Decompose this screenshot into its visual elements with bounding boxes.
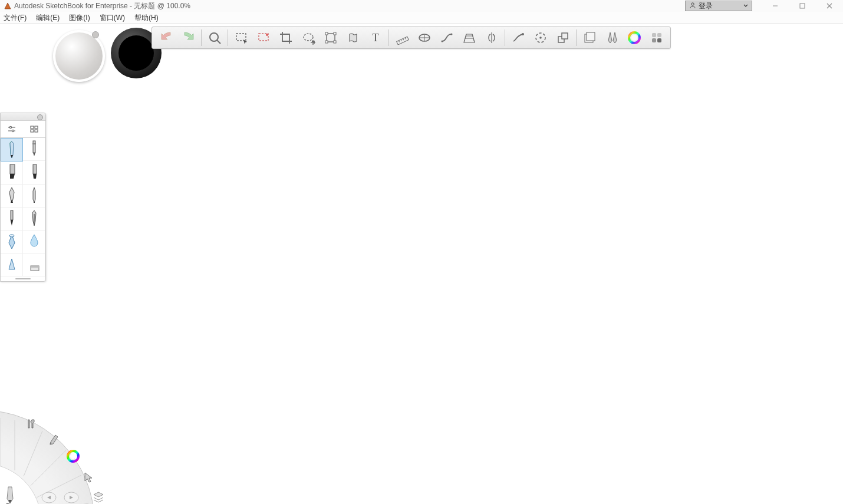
french-curve-icon[interactable] <box>436 28 458 47</box>
water-drop-brush[interactable] <box>23 230 45 253</box>
eraser-brush[interactable] <box>23 253 45 276</box>
brush-lib-icon[interactable] <box>601 28 623 47</box>
text-icon[interactable]: T <box>364 28 387 47</box>
pencil-brush[interactable] <box>1 138 23 162</box>
close-button[interactable] <box>816 0 843 12</box>
svg-rect-7 <box>236 34 246 41</box>
svg-rect-37 <box>562 33 568 39</box>
zoom-icon[interactable] <box>203 28 226 47</box>
main-toolbar: T <box>152 27 671 49</box>
brush-pen-brush[interactable] <box>1 207 23 230</box>
svg-point-49 <box>9 126 11 128</box>
chisel-marker-brush[interactable] <box>1 162 23 185</box>
svg-rect-14 <box>325 32 328 35</box>
login-dropdown[interactable]: 登录 <box>685 1 752 11</box>
svg-point-42 <box>631 35 637 41</box>
symmetry-icon[interactable] <box>480 28 503 47</box>
resize-handle[interactable] <box>1 276 45 281</box>
perspective-icon[interactable] <box>458 28 480 47</box>
brush-settings-tab[interactable] <box>1 121 23 137</box>
svg-rect-19 <box>397 37 409 45</box>
mechanical-pencil-brush[interactable] <box>23 138 45 161</box>
svg-rect-52 <box>35 126 38 129</box>
shape-icon[interactable] <box>552 28 574 47</box>
pin-icon[interactable] <box>37 114 43 120</box>
pointer-node[interactable] <box>81 470 98 487</box>
rect-select-icon[interactable] <box>230 28 252 47</box>
svg-rect-55 <box>33 141 35 153</box>
svg-rect-56 <box>32 143 36 144</box>
brush-palette[interactable] <box>0 113 46 282</box>
brush-library-tab[interactable] <box>23 121 45 137</box>
flat-marker-brush[interactable] <box>23 162 45 185</box>
title-bar: Autodesk SketchBook for Enterprise - 无标题… <box>0 0 843 12</box>
svg-rect-46 <box>657 38 661 42</box>
brush-size-indicator <box>92 31 99 38</box>
svg-point-9 <box>266 34 268 36</box>
menu-edit[interactable]: 编辑(E) <box>36 13 60 23</box>
fine-pen-brush[interactable] <box>23 185 45 207</box>
airbrush-brush[interactable] <box>1 230 23 253</box>
predictive-icon[interactable] <box>529 28 552 47</box>
svg-rect-15 <box>334 32 336 35</box>
transform-icon[interactable] <box>320 28 342 47</box>
login-label: 登录 <box>699 1 713 11</box>
menu-window[interactable]: 窗口(W) <box>100 13 125 23</box>
color-node[interactable] <box>66 449 83 466</box>
redo-node[interactable] <box>64 492 80 504</box>
ink-pen-brush[interactable] <box>1 185 23 207</box>
work-area: T <box>0 24 843 504</box>
svg-rect-64 <box>31 266 39 268</box>
ellipse-guide-icon[interactable] <box>413 28 436 47</box>
tools-node[interactable] <box>24 417 40 434</box>
svg-line-6 <box>217 40 220 44</box>
svg-rect-16 <box>325 41 328 43</box>
svg-point-28 <box>451 34 453 35</box>
svg-point-62 <box>9 235 14 237</box>
menu-help[interactable]: 帮助(H) <box>134 13 159 23</box>
color-wheel-icon[interactable] <box>623 28 646 47</box>
stroke-steady-icon[interactable] <box>507 28 529 47</box>
layers-icon[interactable] <box>646 28 668 47</box>
minimize-button[interactable] <box>762 0 789 12</box>
layers-node[interactable] <box>91 489 107 504</box>
lagoon <box>0 387 118 504</box>
app-icon <box>4 2 12 10</box>
color-select-icon[interactable] <box>252 28 275 47</box>
brush-node[interactable] <box>47 430 64 447</box>
toolbar-separator <box>505 29 505 46</box>
canvas[interactable] <box>0 24 843 504</box>
svg-rect-57 <box>10 164 15 174</box>
svg-rect-53 <box>31 130 34 132</box>
chevron-down-icon <box>743 2 748 10</box>
brush-palette-header[interactable] <box>1 113 45 121</box>
svg-point-33 <box>522 33 524 35</box>
user-icon <box>689 2 696 11</box>
maximize-button[interactable] <box>789 0 816 12</box>
lasso-add-icon[interactable] <box>297 28 320 47</box>
cone-brush[interactable] <box>1 253 23 276</box>
flipbook-icon[interactable] <box>578 28 601 47</box>
crop-icon[interactable] <box>275 28 297 47</box>
svg-rect-2 <box>800 4 805 8</box>
ruler-icon[interactable] <box>391 28 413 47</box>
svg-rect-39 <box>587 32 595 41</box>
toolbar-separator <box>388 29 389 46</box>
toolbar-separator <box>201 29 202 46</box>
toolbar-separator <box>228 29 228 46</box>
redo-icon[interactable] <box>177 28 199 47</box>
menu-file[interactable]: 文件(F) <box>4 13 27 23</box>
menu-bar: 文件(F) 编辑(E) 图像(I) 窗口(W) 帮助(H) <box>0 12 843 24</box>
undo-icon[interactable] <box>154 28 177 47</box>
menu-image[interactable]: 图像(I) <box>69 13 90 23</box>
svg-rect-45 <box>652 38 656 42</box>
current-brush-preview[interactable] <box>0 485 20 504</box>
undo-node[interactable] <box>41 492 58 504</box>
distort-icon[interactable] <box>342 28 364 47</box>
svg-rect-54 <box>35 130 38 132</box>
svg-rect-17 <box>334 41 336 43</box>
svg-point-35 <box>539 37 542 39</box>
svg-point-0 <box>691 2 694 5</box>
nib-pen-brush[interactable] <box>23 207 45 230</box>
svg-rect-60 <box>11 210 13 220</box>
